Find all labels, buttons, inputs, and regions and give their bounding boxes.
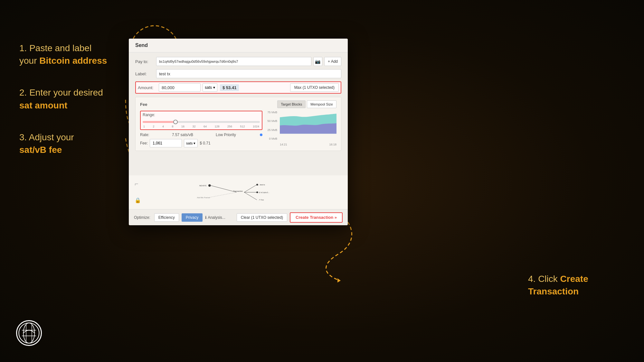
slider-ticks: 1 2 4 8 16 32 64 128 256 512 1024 bbox=[143, 125, 260, 128]
svg-line-5 bbox=[210, 192, 237, 198]
fee-dropdown-icon: ▾ bbox=[194, 141, 195, 145]
logo bbox=[16, 320, 42, 346]
pay-to-row: Pay to: 📷 + Add bbox=[135, 57, 341, 66]
svg-text:NO-KYC: NO-KYC bbox=[199, 185, 206, 187]
chart-x-labels: 14:21 16:18 bbox=[280, 143, 336, 146]
priority-label: Low Priority bbox=[216, 133, 236, 137]
analysis-label: Analysis... bbox=[208, 215, 225, 220]
clear-button[interactable]: Clear (1 UTXO selected) bbox=[237, 213, 287, 222]
amount-row: Amount: sats ▾ $ 53.41 Max (1 UTXO selec… bbox=[135, 81, 341, 94]
svg-text:🗋 bc1qdzu3...: 🗋 bc1qdzu3... bbox=[259, 191, 270, 193]
label-label: Label: bbox=[135, 71, 156, 76]
label-row: Label: bbox=[135, 69, 341, 78]
fee-unit-text: sats bbox=[186, 141, 193, 145]
flow-diagram: ⌐ 🔒 ⌐ ⌐ 👤 ⌐ NO-KYC Add Mix Partner Trans… bbox=[129, 175, 348, 209]
chart-canvas bbox=[280, 111, 336, 140]
fee-title: Fee bbox=[140, 102, 147, 107]
rate-label: Rate: bbox=[140, 133, 149, 137]
panel-header: Send bbox=[129, 39, 348, 52]
step3-bold: sat/vB fee bbox=[19, 145, 62, 155]
step1-bold: Bitcoin address bbox=[39, 56, 107, 66]
privacy-button[interactable]: Privacy bbox=[182, 213, 203, 222]
svg-point-1 bbox=[208, 184, 211, 187]
max-button[interactable]: Max (1 UTXO selected) bbox=[290, 83, 339, 92]
fee-input[interactable] bbox=[150, 139, 182, 147]
flow-svg: NO-KYC Add Mix Partner Transaction ↓ tes… bbox=[129, 175, 348, 209]
step1b-text: your bbox=[19, 56, 39, 66]
step-2-annotation: 2. Enter your desired sat amount bbox=[19, 86, 142, 111]
right-annotation: 4. Click Create Transaction bbox=[528, 273, 618, 298]
pay-to-actions: 📷 + Add bbox=[313, 57, 341, 66]
step-3-annotation: 3. Adjust your sat/vB fee bbox=[19, 131, 142, 156]
fee-section: Fee Target Blocks Mempool Size Range: bbox=[135, 97, 341, 151]
dropdown-arrow-icon: ▾ bbox=[213, 85, 215, 90]
fee-label: Fee: bbox=[140, 141, 148, 145]
rate-value: 7.57 sats/vB bbox=[172, 133, 193, 137]
fee-buttons: Target Blocks Mempool Size bbox=[277, 100, 336, 108]
amount-unit-text: sats bbox=[205, 85, 212, 90]
svg-text:↗ Fee: ↗ Fee bbox=[259, 199, 264, 201]
svg-line-4 bbox=[211, 186, 236, 192]
add-button[interactable]: + Add bbox=[324, 57, 341, 66]
mempool-size-button[interactable]: Mempool Size bbox=[307, 100, 336, 108]
amount-usd: $ 53.41 bbox=[220, 84, 239, 91]
amount-label: Amount: bbox=[138, 85, 159, 90]
range-label: Range: bbox=[143, 113, 260, 117]
range-row: Range: 1 2 4 8 16 32 bbox=[140, 111, 262, 130]
target-blocks-button[interactable]: Target Blocks bbox=[277, 100, 306, 108]
pay-to-label: Pay to: bbox=[135, 59, 156, 64]
step3-text: 3. Adjust your bbox=[19, 132, 74, 142]
chart-y-labels: 75 MvB 50 MvB 25 MvB 0 MvB bbox=[266, 111, 279, 140]
svg-point-15 bbox=[19, 323, 39, 343]
label-input[interactable] bbox=[156, 69, 341, 78]
svg-text:Add Mix Partner: Add Mix Partner bbox=[197, 197, 210, 199]
slider-thumb[interactable] bbox=[173, 120, 178, 124]
optimize-label: Optimize: bbox=[134, 215, 150, 220]
slider-bar bbox=[143, 121, 260, 123]
camera-button[interactable]: 📷 bbox=[313, 57, 322, 66]
amount-unit[interactable]: sats ▾ bbox=[203, 83, 217, 92]
slider-track bbox=[143, 118, 260, 125]
svg-point-11 bbox=[256, 191, 258, 193]
svg-text:↓ test tx: ↓ test tx bbox=[259, 184, 265, 186]
amount-input[interactable] bbox=[159, 83, 201, 92]
priority-dot-icon bbox=[260, 134, 262, 136]
step-1-annotation: 1. Paste and label your Bitcoin address bbox=[19, 42, 142, 67]
fee-amount-row: Fee: sats ▾ $ 0.71 bbox=[140, 139, 262, 147]
bottom-bar: Optimize: Efficiency Privacy ℹ Analysis.… bbox=[129, 209, 348, 225]
analysis-button[interactable]: ℹ Analysis... bbox=[205, 215, 225, 220]
fee-header: Fee Target Blocks Mempool Size bbox=[140, 100, 336, 108]
create-transaction-button[interactable]: Create Transaction » bbox=[290, 212, 343, 223]
left-annotations: 1. Paste and label your Bitcoin address … bbox=[19, 42, 142, 156]
svg-line-9 bbox=[244, 192, 257, 200]
step2-bold: sat amount bbox=[19, 100, 67, 110]
svg-line-7 bbox=[244, 185, 257, 192]
step2-text: 2. Enter your desired bbox=[19, 88, 103, 97]
efficiency-button[interactable]: Efficiency bbox=[154, 213, 179, 222]
svg-point-10 bbox=[256, 184, 258, 185]
svg-text:Transaction: Transaction bbox=[233, 190, 243, 192]
fee-usd: $ 0.71 bbox=[200, 141, 210, 145]
svg-point-16 bbox=[24, 323, 35, 343]
step4-text: 4. Click bbox=[528, 274, 560, 284]
send-panel: Send Pay to: 📷 + Add Label: Amount: sats… bbox=[129, 39, 348, 225]
fee-unit[interactable]: sats ▾ bbox=[184, 139, 198, 147]
panel-title: Send bbox=[135, 42, 148, 48]
rate-row: Rate: 7.57 sats/vB Low Priority bbox=[140, 133, 262, 137]
pay-to-input[interactable] bbox=[156, 57, 311, 66]
mempool-chart: 75 MvB 50 MvB 25 MvB 0 MvB bbox=[266, 111, 336, 146]
info-icon: ℹ bbox=[205, 215, 207, 220]
panel-body: Pay to: 📷 + Add Label: Amount: sats ▾ $ … bbox=[129, 52, 348, 159]
step1-text: 1. Paste and label bbox=[19, 43, 91, 53]
